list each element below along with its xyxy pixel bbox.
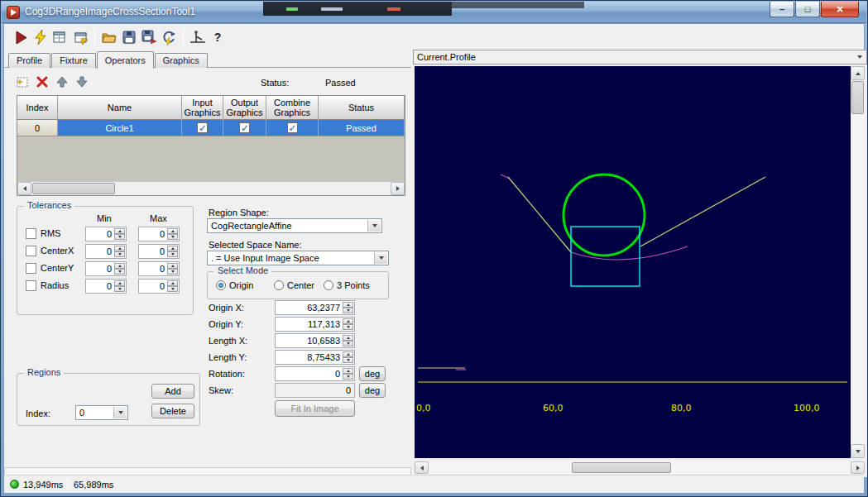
spin-down-button[interactable]: [343, 341, 353, 346]
tab-profile[interactable]: Profile: [8, 53, 50, 68]
centery-min-input[interactable]: [87, 263, 113, 275]
rms-min-input[interactable]: [87, 228, 113, 240]
mode-center-radio[interactable]: Center: [274, 280, 314, 290]
help-button[interactable]: ?: [208, 27, 228, 47]
reset-button[interactable]: [159, 27, 179, 47]
profile-canvas[interactable]: 0,0 60,0 80,0 100,0: [415, 66, 851, 458]
pinned-display-button[interactable]: [70, 27, 90, 47]
spin-up-button[interactable]: [114, 280, 125, 286]
mode-3points-radio[interactable]: 3 Points: [324, 280, 370, 290]
spin-down-button[interactable]: [167, 234, 178, 240]
rms-checkbox[interactable]: [26, 228, 36, 239]
spin-down-button[interactable]: [114, 234, 125, 240]
mode-origin-radio[interactable]: Origin: [216, 280, 253, 290]
radius-max-input[interactable]: [140, 280, 166, 292]
result-display-button[interactable]: [50, 27, 70, 47]
open-button[interactable]: [99, 27, 119, 47]
chevron-down-icon[interactable]: [374, 252, 387, 264]
fit-in-image-button[interactable]: Fit In Image: [275, 400, 355, 417]
origin-x-input[interactable]: [276, 302, 342, 313]
chevron-down-icon[interactable]: [113, 407, 127, 418]
scroll-up-button[interactable]: [851, 66, 865, 80]
spin-down-button[interactable]: [114, 251, 125, 257]
scrollbar-thumb[interactable]: [572, 462, 671, 473]
chevron-down-icon[interactable]: [853, 51, 866, 63]
skew-field[interactable]: 0: [275, 383, 355, 398]
spin-up-button[interactable]: [114, 228, 125, 234]
spin-down-button[interactable]: [167, 286, 178, 292]
col-header-name[interactable]: Name: [58, 96, 182, 120]
centerx-max-input[interactable]: [140, 246, 166, 257]
spin-up-button[interactable]: [114, 263, 125, 269]
run-button[interactable]: [11, 27, 31, 47]
rotation-input[interactable]: [276, 368, 342, 380]
cell-output-graphics[interactable]: [223, 120, 266, 136]
spin-down-button[interactable]: [167, 269, 178, 275]
close-button[interactable]: ×: [821, 2, 859, 17]
spin-down-button[interactable]: [343, 374, 353, 380]
spin-down-button[interactable]: [167, 251, 178, 257]
region-shape-select[interactable]: CogRectangleAffine: [207, 218, 382, 233]
spin-up-button[interactable]: [167, 228, 178, 234]
spin-up-button[interactable]: [343, 368, 353, 374]
table-horizontal-scrollbar[interactable]: [17, 181, 405, 195]
scroll-left-button[interactable]: [17, 182, 31, 195]
origin-y-input[interactable]: [276, 318, 342, 330]
spin-up-button[interactable]: [343, 318, 353, 324]
scroll-right-button[interactable]: [391, 182, 405, 195]
length-y-input[interactable]: [276, 351, 342, 363]
delete-region-button[interactable]: Delete: [151, 404, 194, 418]
centery-checkbox[interactable]: [26, 263, 36, 274]
spin-down-button[interactable]: [114, 269, 125, 275]
skew-deg-button[interactable]: deg: [359, 383, 386, 398]
cell-input-graphics[interactable]: [182, 120, 223, 136]
centery-max-input[interactable]: [140, 263, 166, 275]
tab-fixture[interactable]: Fixture: [51, 53, 96, 68]
spin-up-button[interactable]: [167, 263, 178, 269]
col-header-status[interactable]: Status: [319, 96, 405, 120]
radius-min-input[interactable]: [87, 280, 113, 292]
table-row[interactable]: 0 Circle1 Passed: [17, 120, 405, 136]
minimize-button[interactable]: –: [770, 2, 794, 17]
spin-up-button[interactable]: [167, 246, 178, 251]
electrode-button[interactable]: [188, 27, 208, 47]
selected-space-select[interactable]: . = Use Input Image Space: [207, 251, 389, 265]
cell-name[interactable]: Circle1: [58, 120, 182, 136]
live-run-button[interactable]: [31, 27, 50, 47]
spin-up-button[interactable]: [343, 302, 353, 308]
spin-up-button[interactable]: [343, 335, 353, 341]
move-up-button[interactable]: [52, 73, 72, 91]
col-header-index[interactable]: Index: [17, 96, 58, 120]
tab-graphics[interactable]: Graphics: [155, 53, 208, 68]
col-header-output[interactable]: Output Graphics: [223, 96, 266, 120]
cell-status[interactable]: Passed: [319, 120, 405, 136]
cell-combine-graphics[interactable]: [266, 120, 319, 136]
spin-down-button[interactable]: [114, 286, 125, 292]
col-header-combine[interactable]: Combine Graphics: [266, 96, 319, 120]
spin-down-button[interactable]: [343, 308, 353, 313]
combine-graphics-checkbox[interactable]: [287, 122, 298, 133]
delete-operator-button[interactable]: [32, 73, 52, 91]
length-x-input[interactable]: [276, 335, 342, 346]
spin-up-button[interactable]: [114, 246, 125, 251]
add-operator-button[interactable]: [12, 73, 32, 91]
radius-checkbox[interactable]: [26, 280, 36, 291]
maximize-button[interactable]: □: [795, 2, 820, 17]
col-header-input[interactable]: Input Graphics: [182, 96, 223, 120]
output-graphics-checkbox[interactable]: [239, 122, 250, 133]
chevron-down-icon[interactable]: [367, 220, 381, 232]
scrollbar-thumb[interactable]: [32, 183, 115, 194]
centerx-checkbox[interactable]: [26, 246, 36, 256]
tab-operators[interactable]: Operators: [97, 51, 154, 69]
spin-up-button[interactable]: [167, 280, 178, 286]
spin-down-button[interactable]: [343, 357, 353, 363]
scrollbar-thumb[interactable]: [851, 81, 864, 114]
spin-up-button[interactable]: [343, 351, 353, 357]
scroll-right-button[interactable]: [851, 461, 865, 474]
rms-max-input[interactable]: [140, 228, 166, 240]
move-down-button[interactable]: [72, 73, 92, 91]
save-as-button[interactable]: [139, 27, 159, 47]
cell-index[interactable]: 0: [17, 120, 58, 136]
save-button[interactable]: [119, 27, 139, 47]
scroll-left-button[interactable]: [415, 461, 429, 474]
